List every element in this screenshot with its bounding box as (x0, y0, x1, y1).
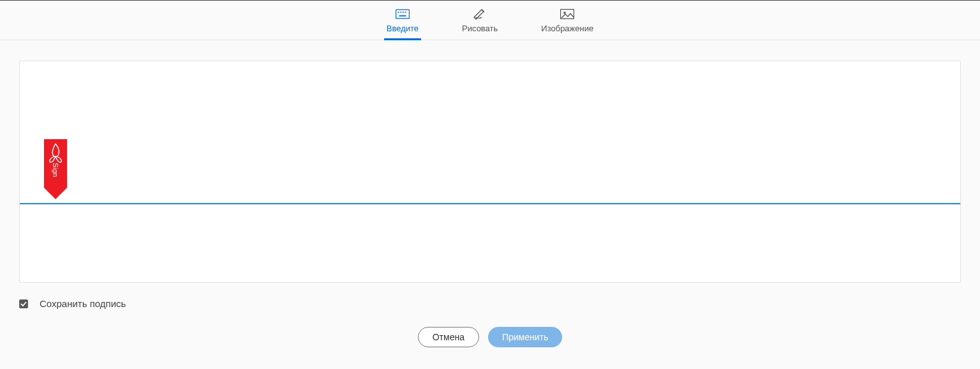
image-icon (560, 8, 574, 20)
tab-image[interactable]: Изображение (538, 3, 596, 40)
save-signature-row: Сохранить подпись (0, 283, 980, 309)
svg-point-7 (563, 11, 566, 14)
cancel-button-label: Отмена (433, 332, 464, 342)
tab-type[interactable]: Введите (384, 3, 421, 40)
svg-rect-4 (405, 11, 406, 13)
svg-rect-5 (399, 15, 406, 17)
cancel-button[interactable]: Отмена (418, 327, 479, 347)
svg-rect-2 (400, 11, 401, 13)
sign-here-tag: Sign (43, 133, 68, 199)
signature-tabbar: Введите Рисовать Изображение (0, 1, 980, 40)
signature-workspace: Sign (0, 40, 980, 283)
keyboard-icon (396, 8, 410, 20)
svg-rect-3 (403, 11, 404, 13)
apply-button[interactable]: Применить (488, 327, 562, 347)
tab-label: Рисовать (462, 24, 498, 33)
svg-rect-0 (396, 10, 409, 19)
svg-rect-1 (398, 11, 399, 13)
signature-baseline (20, 203, 960, 204)
tab-label: Изображение (541, 24, 593, 33)
dialog-button-row: Отмена Применить (0, 309, 980, 347)
sign-here-label: Sign (52, 163, 59, 177)
signature-panel[interactable]: Sign (19, 61, 961, 283)
save-signature-label: Сохранить подпись (40, 298, 126, 309)
tab-draw[interactable]: Рисовать (459, 3, 500, 40)
tab-label: Введите (387, 24, 419, 33)
apply-button-label: Применить (502, 332, 548, 342)
save-signature-checkbox[interactable] (19, 299, 28, 308)
pen-icon (473, 8, 487, 20)
